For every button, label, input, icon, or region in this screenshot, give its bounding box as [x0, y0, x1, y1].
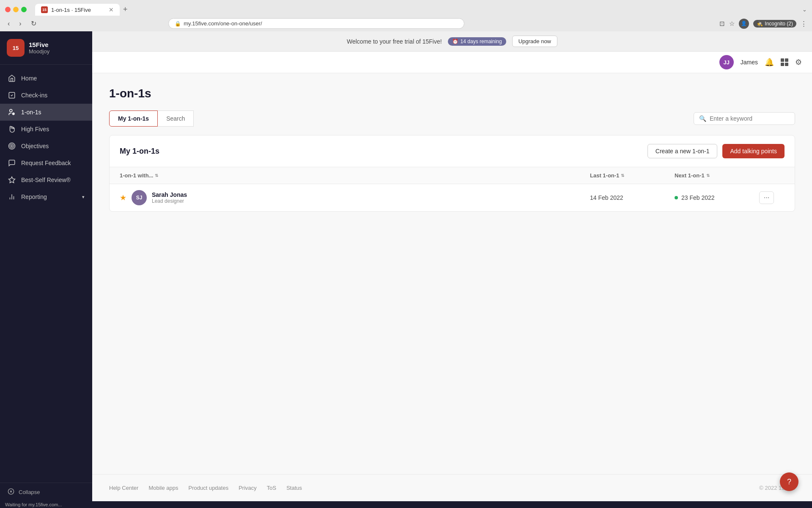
- days-remaining: 14 days remaining: [461, 39, 502, 44]
- column-header-with[interactable]: 1-on-1 with... ⇅: [120, 172, 590, 179]
- main-content: Welcome to your free trial of 15Five! ⏰ …: [92, 31, 812, 501]
- maximize-dot[interactable]: [21, 7, 27, 12]
- table-row: ★ SJ Sarah Jonas Lead designer 14 Feb 20…: [110, 184, 795, 211]
- browser-addressbar: ‹ › ↻ 🔒 my.15five.com/one-on-one/user/ ⊡…: [0, 16, 812, 31]
- footer-link-help[interactable]: Help Center: [109, 485, 138, 491]
- keyword-search-box[interactable]: 🔍: [694, 112, 795, 125]
- grid-view-button[interactable]: [781, 58, 788, 66]
- browser-chrome: 15 1-on-1s · 15Five ✕ + ⌄ ‹ › ↻ 🔒 my.15f…: [0, 0, 812, 31]
- sidebar-item-label-highfives: High Fives: [21, 126, 49, 133]
- sidebar-item-label-requestfeedback: Request Feedback: [21, 160, 71, 166]
- close-dot[interactable]: [5, 7, 11, 12]
- keyword-search-input[interactable]: [710, 115, 790, 122]
- incognito-badge: 🕵 Incognito (2): [753, 20, 796, 28]
- more-options-button[interactable]: ···: [759, 191, 774, 204]
- status-text: Waiting for my.15five.com...: [5, 502, 62, 507]
- svg-point-4: [10, 144, 14, 148]
- brand-text: 15Five Moodjoy: [29, 41, 49, 55]
- sidebar-item-label-checkins: Check-ins: [21, 92, 47, 99]
- trial-text: Welcome to your free trial of 15Five!: [347, 38, 442, 45]
- add-talking-points-button[interactable]: Add talking points: [722, 144, 785, 158]
- sidebar-item-objectives[interactable]: Objectives: [0, 138, 92, 155]
- home-icon: [8, 74, 16, 83]
- browser-titlebar: 15 1-on-1s · 15Five ✕ + ⌄: [0, 0, 812, 16]
- upgrade-button[interactable]: Upgrade now: [512, 36, 557, 47]
- sidebar-brand: 15 15Five Moodjoy: [0, 31, 92, 65]
- status-bar: Waiting for my.15five.com...: [0, 501, 812, 508]
- back-button[interactable]: ‹: [5, 19, 12, 28]
- 1on1-icon: [8, 108, 16, 116]
- create-new-1on1-button[interactable]: Create a new 1-on-1: [647, 144, 718, 158]
- collapse-arrow-icon: [8, 488, 14, 496]
- footer-links: Help Center Mobile apps Product updates …: [109, 485, 302, 491]
- sidebar-item-highfives[interactable]: High Fives: [0, 121, 92, 138]
- profile-icon[interactable]: 👤: [739, 19, 749, 29]
- incognito-label: Incognito (2): [765, 21, 793, 27]
- bookmark-icon[interactable]: ☆: [729, 20, 735, 28]
- tabs-row: My 1-on-1s Search 🔍: [109, 110, 795, 127]
- person-name: Sarah Jonas: [152, 191, 187, 198]
- sort-next-icon: ⇅: [706, 173, 710, 178]
- sidebar: 15 15Five Moodjoy Home Check-ins: [0, 31, 92, 501]
- column-header-next[interactable]: Next 1-on-1 ⇅: [675, 172, 759, 179]
- sort-with-icon: ⇅: [155, 173, 158, 178]
- card-header: My 1-on-1s Create a new 1-on-1 Add talki…: [110, 135, 795, 167]
- tab-close-button[interactable]: ✕: [109, 6, 114, 13]
- checkin-icon: [8, 91, 16, 99]
- window-controls: [5, 7, 27, 12]
- sort-last-icon: ⇅: [621, 173, 624, 178]
- footer-link-privacy[interactable]: Privacy: [239, 485, 257, 491]
- content-card: My 1-on-1s Create a new 1-on-1 Add talki…: [109, 135, 795, 212]
- tab-title: 1-on-1s · 15Five: [51, 7, 91, 13]
- tab-my-1on1s[interactable]: My 1-on-1s: [109, 110, 158, 127]
- sidebar-footer: Collapse: [0, 483, 92, 501]
- sidebar-item-label-1on1s: 1-on-1s: [21, 109, 41, 116]
- page-body: 1-on-1s My 1-on-1s Search 🔍 My 1-on-1s C…: [92, 73, 812, 474]
- footer-link-status[interactable]: Status: [286, 485, 302, 491]
- help-button[interactable]: ?: [780, 472, 798, 491]
- svg-point-5: [11, 146, 13, 147]
- sidebar-item-home[interactable]: Home: [0, 70, 92, 87]
- footer-link-mobile[interactable]: Mobile apps: [148, 485, 178, 491]
- column-header-last[interactable]: Last 1-on-1 ⇅: [590, 172, 675, 179]
- sidebar-item-1on1s[interactable]: 1-on-1s: [0, 104, 92, 121]
- browser-menu-button[interactable]: ⋮: [801, 20, 807, 28]
- tab-search[interactable]: Search: [158, 110, 194, 127]
- lock-icon: 🔒: [175, 21, 181, 27]
- next-date-cell: 23 Feb 2022: [675, 194, 759, 201]
- footer-link-tos[interactable]: ToS: [267, 485, 276, 491]
- address-text: my.15five.com/one-on-one/user/: [184, 20, 262, 27]
- browser-tabs: 15 1-on-1s · 15Five ✕ +: [30, 3, 799, 16]
- window-minimize-icon[interactable]: ⌄: [802, 6, 807, 13]
- new-tab-button[interactable]: +: [120, 3, 131, 16]
- person-info: Sarah Jonas Lead designer: [152, 191, 187, 204]
- app-container: 15 15Five Moodjoy Home Check-ins: [0, 31, 812, 501]
- collapse-label: Collapse: [19, 489, 40, 495]
- notifications-button[interactable]: 🔔: [765, 58, 774, 67]
- sidebar-item-reporting[interactable]: Reporting ▾: [0, 188, 92, 205]
- brand-subtitle: Moodjoy: [29, 48, 49, 55]
- page-footer: Help Center Mobile apps Product updates …: [92, 474, 812, 501]
- settings-button[interactable]: ⚙: [795, 58, 802, 67]
- sidebar-item-checkins[interactable]: Check-ins: [0, 87, 92, 104]
- bestself-icon: [8, 176, 16, 184]
- active-tab[interactable]: 15 1-on-1s · 15Five ✕: [35, 4, 120, 16]
- table-header: 1-on-1 with... ⇅ Last 1-on-1 ⇅ Next 1-on…: [110, 167, 795, 184]
- row-actions: ···: [759, 191, 785, 204]
- page-title: 1-on-1s: [109, 87, 795, 100]
- last-date-cell: 14 Feb 2022: [590, 194, 675, 201]
- sidebar-item-label-home: Home: [21, 75, 37, 82]
- reload-button[interactable]: ↻: [28, 19, 39, 28]
- grid-icon: [781, 58, 788, 66]
- star-icon[interactable]: ★: [120, 193, 126, 202]
- footer-link-updates[interactable]: Product updates: [188, 485, 228, 491]
- forward-button[interactable]: ›: [16, 19, 24, 28]
- sidebar-item-bestself[interactable]: Best-Self Review®: [0, 171, 92, 188]
- cast-icon[interactable]: ⊡: [719, 20, 725, 28]
- column-header-actions: [759, 172, 785, 179]
- collapse-button[interactable]: Collapse: [8, 488, 85, 496]
- minimize-dot[interactable]: [13, 7, 19, 12]
- address-bar[interactable]: 🔒 my.15five.com/one-on-one/user/: [168, 18, 464, 29]
- sidebar-item-requestfeedback[interactable]: Request Feedback: [0, 155, 92, 171]
- brand-name: 15Five: [29, 41, 49, 48]
